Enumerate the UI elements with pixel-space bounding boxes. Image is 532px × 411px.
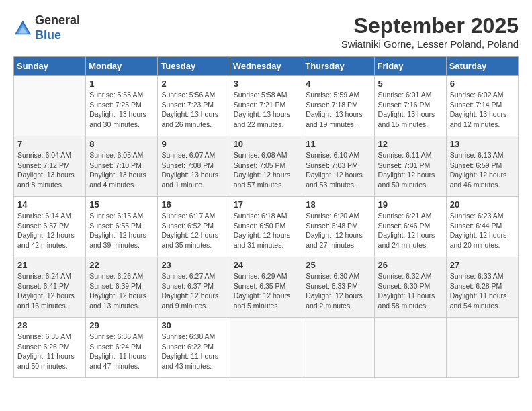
calendar-week-row: 28Sunrise: 6:35 AM Sunset: 6:26 PM Dayli…	[14, 318, 519, 378]
table-row: 29Sunrise: 6:36 AM Sunset: 6:24 PM Dayli…	[86, 318, 158, 378]
table-row: 15Sunrise: 6:15 AM Sunset: 6:55 PM Dayli…	[86, 197, 158, 257]
day-number: 7	[17, 139, 82, 149]
day-number: 13	[450, 139, 515, 149]
day-number: 21	[17, 260, 82, 270]
calendar-week-row: 1Sunrise: 5:55 AM Sunset: 7:25 PM Daylig…	[14, 76, 519, 136]
day-info: Sunrise: 6:10 AM Sunset: 7:03 PM Dayligh…	[306, 150, 370, 190]
day-number: 16	[161, 199, 226, 210]
day-info: Sunrise: 6:33 AM Sunset: 6:28 PM Dayligh…	[450, 271, 515, 311]
day-number: 18	[306, 199, 370, 210]
table-row: 27Sunrise: 6:33 AM Sunset: 6:28 PM Dayli…	[446, 257, 518, 318]
table-row	[14, 76, 86, 136]
day-info: Sunrise: 6:23 AM Sunset: 6:44 PM Dayligh…	[450, 211, 515, 250]
day-number: 10	[234, 139, 299, 149]
title-block: September 2025 Swiatniki Gorne, Lesser P…	[341, 13, 519, 50]
table-row: 6Sunrise: 6:02 AM Sunset: 7:14 PM Daylig…	[446, 76, 518, 136]
day-number: 9	[161, 139, 226, 149]
header-tuesday: Tuesday	[158, 57, 230, 76]
day-number: 22	[89, 260, 154, 270]
day-number: 26	[378, 260, 443, 270]
day-info: Sunrise: 5:55 AM Sunset: 7:25 PM Dayligh…	[89, 90, 154, 130]
day-number: 27	[450, 260, 515, 270]
table-row: 24Sunrise: 6:29 AM Sunset: 6:35 PM Dayli…	[230, 257, 302, 318]
header-wednesday: Wednesday	[230, 57, 302, 76]
day-info: Sunrise: 6:05 AM Sunset: 7:10 PM Dayligh…	[89, 150, 154, 190]
day-number: 11	[306, 139, 370, 149]
calendar-week-row: 7Sunrise: 6:04 AM Sunset: 7:12 PM Daylig…	[14, 136, 519, 197]
day-number: 3	[234, 79, 299, 89]
calendar-week-row: 21Sunrise: 6:24 AM Sunset: 6:41 PM Dayli…	[14, 257, 519, 318]
day-info: Sunrise: 6:01 AM Sunset: 7:16 PM Dayligh…	[378, 90, 443, 130]
calendar-week-row: 14Sunrise: 6:14 AM Sunset: 6:57 PM Dayli…	[14, 197, 519, 257]
day-info: Sunrise: 6:30 AM Sunset: 6:33 PM Dayligh…	[306, 271, 370, 311]
day-info: Sunrise: 6:21 AM Sunset: 6:46 PM Dayligh…	[378, 211, 443, 250]
table-row: 16Sunrise: 6:17 AM Sunset: 6:52 PM Dayli…	[158, 197, 230, 257]
day-number: 30	[161, 320, 226, 330]
day-info: Sunrise: 6:26 AM Sunset: 6:39 PM Dayligh…	[89, 271, 154, 311]
logo-icon	[13, 19, 32, 38]
day-info: Sunrise: 6:36 AM Sunset: 6:24 PM Dayligh…	[89, 332, 154, 371]
day-number: 6	[450, 79, 515, 89]
table-row: 11Sunrise: 6:10 AM Sunset: 7:03 PM Dayli…	[302, 136, 374, 197]
day-info: Sunrise: 6:35 AM Sunset: 6:26 PM Dayligh…	[17, 332, 82, 371]
table-row: 9Sunrise: 6:07 AM Sunset: 7:08 PM Daylig…	[158, 136, 230, 197]
day-info: Sunrise: 6:29 AM Sunset: 6:35 PM Dayligh…	[234, 271, 299, 311]
day-number: 25	[306, 260, 370, 270]
table-row: 20Sunrise: 6:23 AM Sunset: 6:44 PM Dayli…	[446, 197, 518, 257]
day-number: 23	[161, 260, 226, 270]
day-number: 8	[89, 139, 154, 149]
table-row	[230, 318, 302, 378]
day-info: Sunrise: 6:27 AM Sunset: 6:37 PM Dayligh…	[161, 271, 226, 311]
day-info: Sunrise: 6:32 AM Sunset: 6:30 PM Dayligh…	[378, 271, 443, 311]
table-row: 12Sunrise: 6:11 AM Sunset: 7:01 PM Dayli…	[374, 136, 446, 197]
day-number: 5	[378, 79, 443, 89]
header-friday: Friday	[374, 57, 446, 76]
table-row: 17Sunrise: 6:18 AM Sunset: 6:50 PM Dayli…	[230, 197, 302, 257]
header-sunday: Sunday	[14, 57, 86, 76]
table-row: 3Sunrise: 5:58 AM Sunset: 7:21 PM Daylig…	[230, 76, 302, 136]
day-info: Sunrise: 6:18 AM Sunset: 6:50 PM Dayligh…	[234, 211, 299, 250]
weekday-header-row: Sunday Monday Tuesday Wednesday Thursday…	[14, 57, 519, 76]
table-row: 25Sunrise: 6:30 AM Sunset: 6:33 PM Dayli…	[302, 257, 374, 318]
day-number: 29	[89, 320, 154, 330]
table-row	[446, 318, 518, 378]
day-info: Sunrise: 6:07 AM Sunset: 7:08 PM Dayligh…	[161, 150, 226, 190]
day-number: 12	[378, 139, 443, 149]
day-number: 2	[161, 79, 226, 89]
table-row: 4Sunrise: 5:59 AM Sunset: 7:18 PM Daylig…	[302, 76, 374, 136]
header-thursday: Thursday	[302, 57, 374, 76]
header-monday: Monday	[86, 57, 158, 76]
day-info: Sunrise: 6:38 AM Sunset: 6:22 PM Dayligh…	[161, 332, 226, 371]
table-row: 21Sunrise: 6:24 AM Sunset: 6:41 PM Dayli…	[14, 257, 86, 318]
table-row: 19Sunrise: 6:21 AM Sunset: 6:46 PM Dayli…	[374, 197, 446, 257]
day-number: 14	[17, 199, 82, 210]
day-number: 28	[17, 320, 82, 330]
logo: General Blue	[13, 13, 80, 42]
day-info: Sunrise: 6:13 AM Sunset: 6:59 PM Dayligh…	[450, 150, 515, 190]
day-info: Sunrise: 6:02 AM Sunset: 7:14 PM Dayligh…	[450, 90, 515, 130]
table-row: 14Sunrise: 6:14 AM Sunset: 6:57 PM Dayli…	[14, 197, 86, 257]
day-info: Sunrise: 6:04 AM Sunset: 7:12 PM Dayligh…	[17, 150, 82, 190]
day-info: Sunrise: 6:24 AM Sunset: 6:41 PM Dayligh…	[17, 271, 82, 311]
table-row: 5Sunrise: 6:01 AM Sunset: 7:16 PM Daylig…	[374, 76, 446, 136]
table-row	[302, 318, 374, 378]
day-info: Sunrise: 6:14 AM Sunset: 6:57 PM Dayligh…	[17, 211, 82, 250]
day-info: Sunrise: 6:20 AM Sunset: 6:48 PM Dayligh…	[306, 211, 370, 250]
table-row: 8Sunrise: 6:05 AM Sunset: 7:10 PM Daylig…	[86, 136, 158, 197]
table-row: 28Sunrise: 6:35 AM Sunset: 6:26 PM Dayli…	[14, 318, 86, 378]
day-number: 4	[306, 79, 370, 89]
table-row: 13Sunrise: 6:13 AM Sunset: 6:59 PM Dayli…	[446, 136, 518, 197]
day-info: Sunrise: 6:17 AM Sunset: 6:52 PM Dayligh…	[161, 211, 226, 250]
day-info: Sunrise: 5:56 AM Sunset: 7:23 PM Dayligh…	[161, 90, 226, 130]
table-row: 23Sunrise: 6:27 AM Sunset: 6:37 PM Dayli…	[158, 257, 230, 318]
page-header: General Blue September 2025 Swiatniki Go…	[13, 13, 519, 50]
day-info: Sunrise: 6:15 AM Sunset: 6:55 PM Dayligh…	[89, 211, 154, 250]
day-number: 24	[234, 260, 299, 270]
table-row: 2Sunrise: 5:56 AM Sunset: 7:23 PM Daylig…	[158, 76, 230, 136]
table-row: 1Sunrise: 5:55 AM Sunset: 7:25 PM Daylig…	[86, 76, 158, 136]
calendar-title: September 2025	[341, 13, 519, 38]
day-number: 20	[450, 199, 515, 210]
table-row: 30Sunrise: 6:38 AM Sunset: 6:22 PM Dayli…	[158, 318, 230, 378]
logo-text: General Blue	[35, 13, 80, 42]
table-row: 22Sunrise: 6:26 AM Sunset: 6:39 PM Dayli…	[86, 257, 158, 318]
